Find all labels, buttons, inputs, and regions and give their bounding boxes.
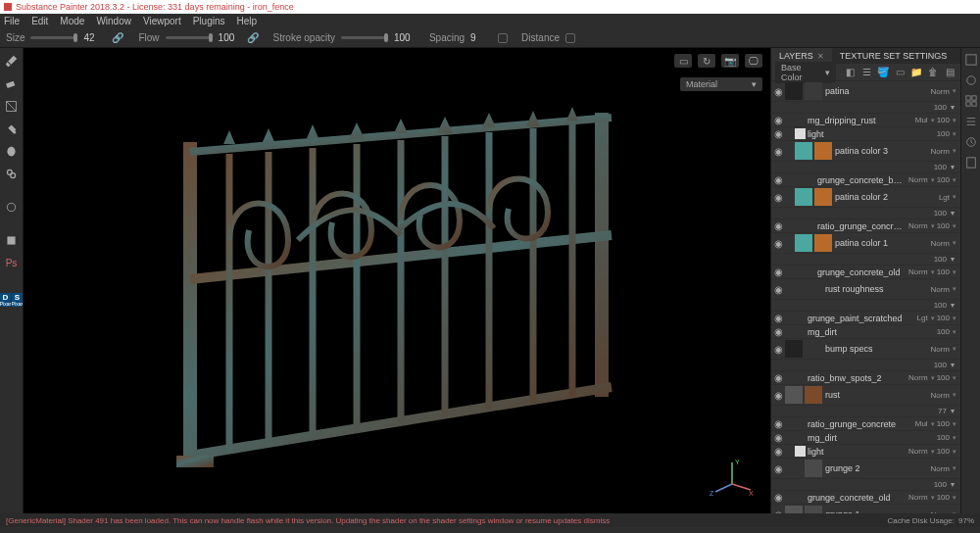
menu-viewport[interactable]: Viewport <box>143 16 181 26</box>
layer-opacity-row[interactable]: 100▾ <box>771 162 960 173</box>
visibility-icon[interactable]: ◉ <box>771 432 785 443</box>
layer-mask-thumb[interactable] <box>785 506 803 513</box>
size-value[interactable]: 42 <box>83 32 105 43</box>
visibility-icon[interactable]: ◉ <box>771 115 785 125</box>
layer-thumb[interactable] <box>805 506 822 513</box>
visibility-icon[interactable]: ◉ <box>771 509 785 514</box>
display-icon[interactable] <box>963 73 978 87</box>
menu-edit[interactable]: Edit <box>31 16 48 26</box>
layer-name[interactable]: mg_dirt <box>808 327 937 337</box>
layer-name[interactable]: rust <box>825 390 930 400</box>
visibility-icon[interactable]: ◉ <box>771 344 785 355</box>
menu-help[interactable]: Help <box>237 16 258 26</box>
layer-opacity-row[interactable]: 100▾ <box>771 479 960 491</box>
layer-mask-thumb[interactable] <box>795 313 806 323</box>
layer-effect[interactable]: ◉grunge_paint_scratchedLgt▾100▾ <box>771 312 960 325</box>
layer-effect[interactable]: ◉mg_dirt100▾ <box>771 431 960 445</box>
visibility-icon[interactable]: ◉ <box>771 146 785 157</box>
layer-mask-thumb[interactable] <box>805 174 815 185</box>
layer-effect[interactable]: ◉light100▾ <box>771 127 960 141</box>
menu-plugins[interactable]: Plugins <box>193 16 225 26</box>
layer-opacity[interactable]: 100 <box>937 419 950 428</box>
layer-item[interactable]: ◉rustNorm▾ <box>771 385 960 406</box>
smudge-tool[interactable] <box>3 142 21 160</box>
layer-mask-thumb[interactable] <box>795 128 806 139</box>
layer-name[interactable]: rust roughness <box>825 284 930 294</box>
layer-mask-thumb[interactable] <box>785 340 803 358</box>
viewport-3d[interactable]: ▭ ↻ 📷 🖵 Material▾ <box>24 48 770 513</box>
layer-opacity-row[interactable]: 100▾ <box>771 208 960 219</box>
layer-item[interactable]: ◉grunge 2Norm▾ <box>771 459 960 479</box>
layer-name[interactable]: light <box>808 129 937 139</box>
layer-mask-thumb[interactable] <box>795 188 812 206</box>
texture-set-icon[interactable] <box>963 93 978 108</box>
fill-tool[interactable] <box>3 120 21 137</box>
visibility-icon[interactable]: ◉ <box>771 220 785 231</box>
opacity-value[interactable]: 100 <box>394 32 416 43</box>
layer-opacity[interactable]: 100 <box>937 447 950 456</box>
blend-mode[interactable]: Norm <box>908 175 928 184</box>
add-layer-icon[interactable]: ▭ <box>894 66 906 79</box>
spacing-value[interactable]: 9 <box>470 32 492 43</box>
visibility-icon[interactable]: ◉ <box>771 266 785 277</box>
layer-opacity[interactable]: 100 <box>937 314 950 322</box>
quick-mask-tool[interactable] <box>3 231 21 249</box>
layer-name[interactable]: grunge_concrete_old <box>817 267 908 277</box>
layer-thumb[interactable] <box>805 280 822 298</box>
layer-mask-thumb[interactable] <box>795 234 812 252</box>
layer-mask-thumb[interactable] <box>805 220 815 231</box>
layer-item[interactable]: ◉patina color 2Lgt▾ <box>771 187 960 208</box>
layer-mask-thumb[interactable] <box>795 372 806 383</box>
delete-layer-icon[interactable]: 🗑 <box>927 66 940 79</box>
layer-list[interactable]: ◉patinaNorm▾100▾◉mg_dripping_rustMul▾100… <box>771 81 960 513</box>
layer-thumb[interactable] <box>805 340 822 358</box>
layer-name[interactable]: grunge_paint_scratched <box>808 314 917 323</box>
layer-opacity[interactable]: 100 <box>937 373 950 382</box>
properties-icon[interactable] <box>963 114 978 128</box>
add-folder-icon[interactable]: 📁 <box>910 66 923 79</box>
size-link-icon[interactable]: 🔗 <box>111 31 124 45</box>
layer-name[interactable]: mg_dirt <box>808 433 937 443</box>
viewport-display-icon[interactable]: 🖵 <box>745 54 762 68</box>
layer-mask-thumb[interactable] <box>795 326 806 337</box>
eraser-tool[interactable] <box>3 74 21 92</box>
flow-link-icon[interactable]: 🔗 <box>246 31 260 45</box>
flow-slider[interactable] <box>166 36 213 39</box>
blend-mode[interactable]: Norm <box>908 493 928 502</box>
visibility-icon[interactable]: ◉ <box>771 192 785 203</box>
layer-name[interactable]: bump specs <box>825 344 930 354</box>
blend-mode[interactable]: Norm <box>930 285 950 294</box>
layer-item[interactable]: ◉patina color 3Norm▾ <box>771 141 960 162</box>
layer-opacity[interactable]: 100 <box>937 493 950 502</box>
layer-mask-thumb[interactable] <box>785 460 803 477</box>
visibility-icon[interactable]: ◉ <box>771 238 785 249</box>
pixar-plugin[interactable]: DPixar SPixar <box>0 293 23 307</box>
layer-opacity[interactable]: 100 <box>937 175 950 184</box>
shelf-icon[interactable] <box>963 52 978 67</box>
viewport-rotate-icon[interactable]: ↻ <box>698 54 715 68</box>
layer-item[interactable]: ◉grunge 1Norm▾ <box>771 505 960 513</box>
blend-mode[interactable]: Norm <box>930 391 950 400</box>
layer-effect[interactable]: ◉lightNorm▾100▾ <box>771 445 960 459</box>
layer-mask-thumb[interactable] <box>795 492 806 503</box>
layer-name[interactable]: light <box>808 447 908 457</box>
visibility-icon[interactable]: ◉ <box>771 492 785 503</box>
layer-effect[interactable]: ◉grunge_concrete_oldNorm▾100▾ <box>771 491 960 505</box>
blend-mode[interactable]: Norm <box>908 447 928 456</box>
visibility-icon[interactable]: ◉ <box>771 326 785 337</box>
visibility-icon[interactable]: ◉ <box>771 390 785 401</box>
layer-name[interactable]: patina color 1 <box>835 238 930 248</box>
layer-name[interactable]: patina color 2 <box>835 192 939 202</box>
blend-mode[interactable]: Norm <box>930 239 950 248</box>
visibility-icon[interactable]: ◉ <box>771 128 785 139</box>
blend-mode[interactable]: Norm <box>908 267 928 276</box>
layer-opacity[interactable]: 100 <box>937 267 950 276</box>
layer-effect[interactable]: ◉ratio_grunge_concreteMul▾100▾ <box>771 417 960 431</box>
layer-opacity-row[interactable]: 100▾ <box>771 300 960 312</box>
layer-mask-thumb[interactable] <box>795 115 806 125</box>
layer-opacity-row[interactable]: 100▾ <box>771 360 960 371</box>
blend-mode[interactable]: Norm <box>930 464 950 473</box>
visibility-icon[interactable]: ◉ <box>771 372 785 383</box>
layer-name[interactable]: mg_dripping_rust <box>808 116 915 125</box>
layer-name[interactable]: grunge 2 <box>825 463 930 473</box>
